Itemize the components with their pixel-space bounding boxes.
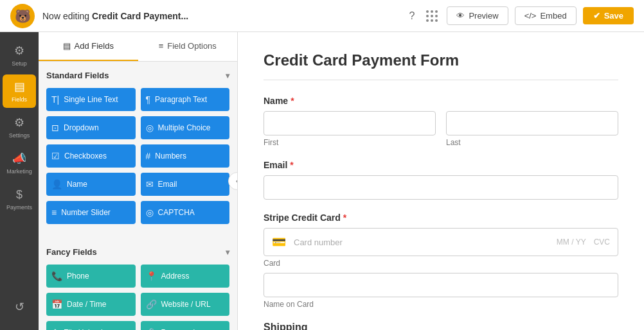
help-button[interactable]: ? [406, 8, 417, 24]
name-on-card-input[interactable] [264, 273, 618, 297]
text-field-icon: T| [51, 94, 59, 105]
eye-icon: 👁 [456, 11, 465, 21]
first-name-sublabel: First [264, 138, 436, 147]
address-icon: 📍 [146, 271, 157, 281]
fancy-fields-chevron[interactable]: ▾ [226, 248, 229, 257]
email-field-group: Email * [264, 160, 618, 200]
field-btn-number-slider[interactable]: ≡ Number Slider [46, 201, 136, 224]
dollar-icon: $ [16, 188, 22, 202]
form-name-label: Credit Card Payment... [92, 11, 188, 21]
field-btn-date-time[interactable]: 📅 Date / Time [46, 293, 136, 316]
field-btn-multiple-choice[interactable]: ◎ Multiple Choice [141, 116, 230, 139]
field-btn-checkboxes[interactable]: ☑ Checkboxes [46, 144, 136, 168]
dots-grid-icon [426, 10, 438, 22]
editing-title: Now editing Credit Card Payment... [42, 11, 398, 21]
link-icon: 🔗 [146, 299, 157, 309]
add-fields-icon: ▤ [63, 41, 71, 51]
tab-field-options[interactable]: ≡ Field Options [138, 32, 238, 61]
person-icon: 👤 [51, 179, 62, 189]
name-label: Name * [264, 96, 618, 106]
fancy-fields-grid: 📞 Phone 📍 Address 📅 Date / Time 🔗 Websit… [46, 265, 229, 330]
lock-icon: 🔒 [146, 327, 157, 330]
gear-icon: ⚙ [14, 44, 24, 58]
standard-fields-grid: T| Single Line Text ¶ Paragraph Text ⊡ D… [46, 88, 229, 224]
last-name-input[interactable] [446, 111, 618, 135]
field-btn-password[interactable]: 🔒 Password [141, 321, 230, 330]
field-btn-numbers[interactable]: # Numbers [141, 144, 230, 168]
stripe-label: Stripe Credit Card * [264, 213, 618, 223]
save-button[interactable]: ✔ Save [583, 7, 634, 24]
code-icon: </> [524, 11, 537, 21]
stripe-extras: MM / YY CVC [557, 238, 610, 247]
stripe-required-star: * [343, 213, 346, 223]
checkbox-icon: ☑ [51, 151, 60, 161]
numbers-icon: # [146, 151, 151, 161]
stripe-card-input[interactable]: 💳 Card number MM / YY CVC [264, 228, 618, 256]
sidebar-item-history[interactable]: ↺ [3, 290, 36, 324]
dropdown-icon: ⊡ [51, 123, 59, 133]
standard-fields-chevron[interactable]: ▾ [226, 71, 229, 80]
sidebar: ⚙ Setup ▤ Fields ⚙ Settings 📣 Marketing … [0, 32, 39, 330]
field-btn-website-url[interactable]: 🔗 Website / URL [141, 293, 230, 316]
sidebar-item-marketing[interactable]: 📣 Marketing [3, 146, 36, 180]
field-btn-email[interactable]: ✉ Email [141, 173, 230, 196]
grid-menu-button[interactable] [424, 8, 440, 24]
first-name-input[interactable] [264, 111, 436, 135]
fancy-fields-header: Fancy Fields ▾ [46, 247, 229, 257]
sidebar-item-fields[interactable]: ▤ Fields [3, 74, 36, 108]
field-options-icon: ≡ [159, 41, 164, 51]
name-row: First Last [264, 111, 618, 147]
settings-icon: ⚙ [14, 116, 24, 130]
check-icon: ✔ [593, 11, 600, 21]
shipping-label: Shipping [264, 322, 618, 330]
last-name-sublabel: Last [446, 138, 618, 147]
field-btn-phone[interactable]: 📞 Phone [46, 265, 136, 288]
fancy-fields-section: Fancy Fields ▾ 📞 Phone 📍 Address 📅 Date … [39, 238, 237, 330]
top-bar: 🐻 Now editing Credit Card Payment... ? 👁… [0, 0, 644, 32]
fields-panel: ▤ Add Fields ≡ Field Options Standard Fi… [39, 32, 238, 330]
megaphone-icon: 📣 [12, 152, 26, 166]
fields-icon: ▤ [14, 80, 25, 94]
credit-card-icon: 💳 [272, 235, 286, 249]
calendar-icon: 📅 [51, 299, 62, 309]
name-field-group: Name * First Last [264, 96, 618, 147]
email-icon: ✉ [146, 179, 154, 189]
name-required-star: * [291, 96, 294, 106]
fields-panel-header: ▤ Add Fields ≡ Field Options [39, 32, 237, 62]
main-layout: ⚙ Setup ▤ Fields ⚙ Settings 📣 Marketing … [0, 32, 644, 330]
sidebar-item-settings[interactable]: ⚙ Settings [3, 110, 36, 144]
embed-button[interactable]: </> Embed [515, 6, 577, 25]
app-logo: 🐻 [10, 4, 35, 28]
first-name-col: First [264, 111, 436, 147]
field-btn-single-line-text[interactable]: T| Single Line Text [46, 88, 136, 111]
standard-fields-header: Standard Fields ▾ [46, 71, 229, 80]
field-btn-paragraph-text[interactable]: ¶ Paragraph Text [141, 88, 230, 111]
top-bar-actions: ? 👁 Preview </> Embed ✔ Save [406, 6, 634, 25]
sidebar-item-setup[interactable]: ⚙ Setup [3, 39, 36, 72]
field-btn-name[interactable]: 👤 Name [46, 173, 136, 196]
stripe-card-sublabel: Card [264, 259, 618, 268]
form-title: Credit Card Payment Form [264, 51, 618, 80]
sidebar-item-payments[interactable]: $ Payments [3, 182, 36, 216]
tab-add-fields[interactable]: ▤ Add Fields [39, 32, 138, 61]
email-input[interactable] [264, 175, 618, 200]
multiple-choice-icon: ◎ [146, 123, 154, 133]
standard-fields-section: Standard Fields ▾ T| Single Line Text ¶ … [39, 62, 237, 238]
field-btn-address[interactable]: 📍 Address [141, 265, 230, 288]
email-required-star: * [290, 160, 293, 170]
field-btn-captcha[interactable]: ◎ CAPTCHA [141, 201, 230, 224]
stripe-field-group: Stripe Credit Card * 💳 Card number MM / … [264, 213, 618, 309]
last-name-col: Last [446, 111, 618, 147]
email-label: Email * [264, 160, 618, 170]
shipping-field-group: Shipping Ground [264, 322, 618, 330]
preview-button[interactable]: 👁 Preview [447, 6, 508, 25]
slider-icon: ≡ [51, 207, 57, 218]
name-on-card-sublabel: Name on Card [264, 300, 618, 309]
field-btn-dropdown[interactable]: ⊡ Dropdown [46, 116, 136, 139]
paragraph-icon: ¶ [146, 94, 151, 105]
phone-icon: 📞 [51, 271, 62, 281]
captcha-icon: ◎ [146, 207, 154, 218]
form-preview: Credit Card Payment Form Name * First La… [238, 32, 644, 330]
undo-icon: ↺ [15, 300, 24, 314]
field-btn-file-upload[interactable]: ⬆ File Upload [46, 321, 136, 330]
